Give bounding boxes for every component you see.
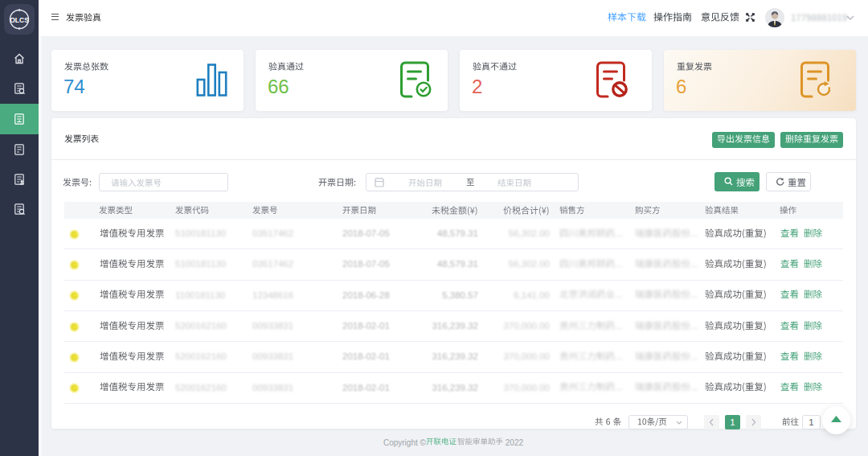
svg-text:OLCS: OLCS (10, 16, 29, 24)
